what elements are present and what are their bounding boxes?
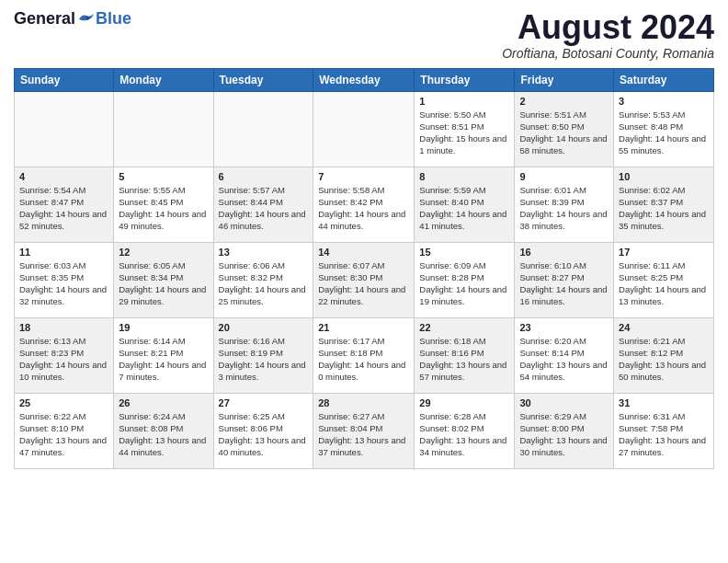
calendar-cell: 11Sunrise: 6:03 AM Sunset: 8:35 PM Dayli… <box>15 242 114 317</box>
weekday-header-thursday: Thursday <box>415 68 515 91</box>
calendar-cell: 5Sunrise: 5:55 AM Sunset: 8:45 PM Daylig… <box>114 167 213 242</box>
calendar-week-1: 1Sunrise: 5:50 AM Sunset: 8:51 PM Daylig… <box>15 91 714 167</box>
calendar-cell: 24Sunrise: 6:21 AM Sunset: 8:12 PM Dayli… <box>614 317 714 393</box>
calendar-cell <box>213 91 313 167</box>
day-number: 12 <box>119 247 208 258</box>
location-subtitle: Oroftiana, Botosani County, Romania <box>502 46 714 61</box>
calendar-cell: 26Sunrise: 6:24 AM Sunset: 8:08 PM Dayli… <box>114 393 213 468</box>
day-number: 2 <box>519 96 609 107</box>
weekday-header-tuesday: Tuesday <box>213 68 313 91</box>
day-number: 20 <box>219 322 309 333</box>
calendar-cell: 29Sunrise: 6:28 AM Sunset: 8:02 PM Dayli… <box>415 393 515 468</box>
day-info: Sunrise: 5:51 AM Sunset: 8:50 PM Dayligh… <box>519 109 609 157</box>
calendar-cell: 14Sunrise: 6:07 AM Sunset: 8:30 PM Dayli… <box>313 242 415 317</box>
calendar-cell: 3Sunrise: 5:53 AM Sunset: 8:48 PM Daylig… <box>614 91 714 167</box>
day-number: 23 <box>519 322 609 333</box>
day-info: Sunrise: 6:09 AM Sunset: 8:28 PM Dayligh… <box>419 259 509 308</box>
day-number: 29 <box>419 397 509 408</box>
day-info: Sunrise: 6:11 AM Sunset: 8:25 PM Dayligh… <box>619 259 709 308</box>
logo: General Blue <box>14 9 131 29</box>
calendar-cell <box>313 91 415 167</box>
day-info: Sunrise: 6:03 AM Sunset: 8:35 PM Dayligh… <box>19 259 108 308</box>
day-info: Sunrise: 6:27 AM Sunset: 8:04 PM Dayligh… <box>318 410 409 459</box>
calendar-cell: 15Sunrise: 6:09 AM Sunset: 8:28 PM Dayli… <box>415 242 515 317</box>
calendar-cell: 18Sunrise: 6:13 AM Sunset: 8:23 PM Dayli… <box>15 317 114 393</box>
calendar-cell: 21Sunrise: 6:17 AM Sunset: 8:18 PM Dayli… <box>313 317 415 393</box>
day-number: 19 <box>119 322 208 333</box>
day-number: 1 <box>419 96 509 107</box>
calendar-cell: 31Sunrise: 6:31 AM Sunset: 7:58 PM Dayli… <box>614 393 714 468</box>
calendar-cell: 23Sunrise: 6:20 AM Sunset: 8:14 PM Dayli… <box>515 317 614 393</box>
calendar-cell: 2Sunrise: 5:51 AM Sunset: 8:50 PM Daylig… <box>515 91 614 167</box>
day-info: Sunrise: 6:02 AM Sunset: 8:37 PM Dayligh… <box>619 184 709 233</box>
calendar-cell: 4Sunrise: 5:54 AM Sunset: 8:47 PM Daylig… <box>15 167 114 242</box>
day-info: Sunrise: 6:13 AM Sunset: 8:23 PM Dayligh… <box>19 335 108 384</box>
day-number: 27 <box>219 397 309 408</box>
day-number: 22 <box>419 322 509 333</box>
day-info: Sunrise: 6:06 AM Sunset: 8:32 PM Dayligh… <box>219 259 309 308</box>
day-info: Sunrise: 6:18 AM Sunset: 8:16 PM Dayligh… <box>419 335 509 384</box>
day-info: Sunrise: 5:58 AM Sunset: 8:42 PM Dayligh… <box>318 184 409 233</box>
day-number: 25 <box>19 397 108 408</box>
day-info: Sunrise: 6:05 AM Sunset: 8:34 PM Dayligh… <box>119 259 208 308</box>
weekday-header-wednesday: Wednesday <box>313 68 415 91</box>
day-number: 28 <box>318 397 409 408</box>
calendar-cell: 8Sunrise: 5:59 AM Sunset: 8:40 PM Daylig… <box>415 167 515 242</box>
calendar-cell: 13Sunrise: 6:06 AM Sunset: 8:32 PM Dayli… <box>213 242 313 317</box>
day-info: Sunrise: 6:16 AM Sunset: 8:19 PM Dayligh… <box>219 335 309 384</box>
day-number: 7 <box>318 171 409 182</box>
calendar-cell: 10Sunrise: 6:02 AM Sunset: 8:37 PM Dayli… <box>614 167 714 242</box>
calendar-cell <box>15 91 114 167</box>
calendar-week-2: 4Sunrise: 5:54 AM Sunset: 8:47 PM Daylig… <box>15 167 714 242</box>
day-number: 3 <box>619 96 709 107</box>
day-number: 16 <box>519 247 609 258</box>
title-section: August 2024 Oroftiana, Botosani County, … <box>502 9 714 61</box>
day-number: 26 <box>119 397 208 408</box>
calendar-cell: 6Sunrise: 5:57 AM Sunset: 8:44 PM Daylig… <box>213 167 313 242</box>
day-number: 5 <box>119 171 208 182</box>
day-info: Sunrise: 6:28 AM Sunset: 8:02 PM Dayligh… <box>419 410 509 459</box>
weekday-header-friday: Friday <box>515 68 614 91</box>
day-number: 11 <box>19 247 108 258</box>
day-number: 13 <box>219 247 309 258</box>
calendar-cell: 30Sunrise: 6:29 AM Sunset: 8:00 PM Dayli… <box>515 393 614 468</box>
calendar-cell: 12Sunrise: 6:05 AM Sunset: 8:34 PM Dayli… <box>114 242 213 317</box>
day-number: 14 <box>318 247 409 258</box>
day-number: 17 <box>619 247 709 258</box>
day-number: 18 <box>19 322 108 333</box>
day-info: Sunrise: 6:01 AM Sunset: 8:39 PM Dayligh… <box>519 184 609 233</box>
day-info: Sunrise: 6:25 AM Sunset: 8:06 PM Dayligh… <box>219 410 309 459</box>
weekday-header-sunday: Sunday <box>15 68 114 91</box>
day-info: Sunrise: 6:22 AM Sunset: 8:10 PM Dayligh… <box>19 410 108 459</box>
weekday-header-monday: Monday <box>114 68 213 91</box>
page-container: General Blue August 2024 Oroftiana, Boto… <box>0 0 728 563</box>
day-info: Sunrise: 5:50 AM Sunset: 8:51 PM Dayligh… <box>419 109 509 157</box>
day-number: 10 <box>619 171 709 182</box>
month-year-title: August 2024 <box>502 9 714 46</box>
calendar-cell: 9Sunrise: 6:01 AM Sunset: 8:39 PM Daylig… <box>515 167 614 242</box>
day-info: Sunrise: 6:29 AM Sunset: 8:00 PM Dayligh… <box>519 410 609 459</box>
day-info: Sunrise: 5:57 AM Sunset: 8:44 PM Dayligh… <box>219 184 309 233</box>
day-number: 30 <box>519 397 609 408</box>
day-number: 8 <box>419 171 509 182</box>
day-number: 9 <box>519 171 609 182</box>
day-info: Sunrise: 6:21 AM Sunset: 8:12 PM Dayligh… <box>619 335 709 384</box>
day-info: Sunrise: 6:17 AM Sunset: 8:18 PM Dayligh… <box>318 335 409 384</box>
calendar-table: SundayMondayTuesdayWednesdayThursdayFrid… <box>14 68 714 469</box>
day-info: Sunrise: 6:10 AM Sunset: 8:27 PM Dayligh… <box>519 259 609 308</box>
day-info: Sunrise: 5:55 AM Sunset: 8:45 PM Dayligh… <box>119 184 208 233</box>
logo-blue: Blue <box>96 9 131 29</box>
day-number: 31 <box>619 397 709 408</box>
day-info: Sunrise: 6:24 AM Sunset: 8:08 PM Dayligh… <box>119 410 208 459</box>
day-info: Sunrise: 6:07 AM Sunset: 8:30 PM Dayligh… <box>318 259 409 308</box>
day-info: Sunrise: 6:14 AM Sunset: 8:21 PM Dayligh… <box>119 335 208 384</box>
day-number: 15 <box>419 247 509 258</box>
calendar-cell: 1Sunrise: 5:50 AM Sunset: 8:51 PM Daylig… <box>415 91 515 167</box>
calendar-cell: 27Sunrise: 6:25 AM Sunset: 8:06 PM Dayli… <box>213 393 313 468</box>
day-number: 21 <box>318 322 409 333</box>
day-info: Sunrise: 5:59 AM Sunset: 8:40 PM Dayligh… <box>419 184 509 233</box>
logo-text: General Blue <box>14 9 131 29</box>
day-info: Sunrise: 6:31 AM Sunset: 7:58 PM Dayligh… <box>619 410 709 459</box>
logo-general: General <box>14 9 75 29</box>
calendar-cell: 17Sunrise: 6:11 AM Sunset: 8:25 PM Dayli… <box>614 242 714 317</box>
